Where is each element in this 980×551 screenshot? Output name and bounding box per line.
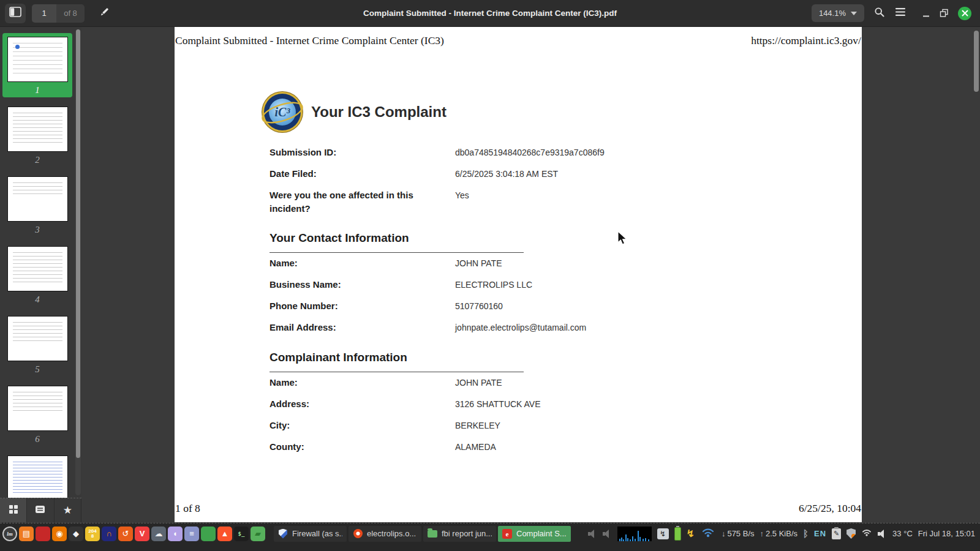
inkscape-icon[interactable]: ◆ (69, 527, 83, 541)
field-value: db0a7485194840268c7e9319a7c086f9 (455, 146, 605, 159)
section-title: Complainant Information (270, 351, 407, 364)
section-divider (270, 372, 524, 372)
page-thumbnail-2[interactable]: 2 (2, 103, 72, 167)
clipboard-manager-icon[interactable]: ✎ (832, 528, 841, 539)
field-label: Name: (270, 257, 453, 270)
mint-menu-icon[interactable]: lm (2, 527, 17, 541)
pdf-header-right: https://complaint.ic3.gov/ (751, 34, 861, 47)
keyboard-layout-indicator[interactable]: EN (814, 529, 826, 538)
firewall-config-icon[interactable] (36, 527, 50, 541)
audacity-icon[interactable]: ∩ (102, 527, 116, 541)
page-number-input[interactable]: 1 (32, 4, 56, 23)
page-thumbnail-5[interactable]: 5 (2, 312, 72, 377)
page-thumbnail-1[interactable]: 1 (2, 33, 72, 97)
field-label: Submission ID: (270, 146, 453, 159)
restore-button[interactable] (940, 9, 949, 18)
vivaldi-icon[interactable]: V (135, 527, 149, 541)
thumbnail-page-number: 4 (2, 294, 72, 305)
wifi-tray-icon[interactable] (861, 528, 872, 539)
document-view[interactable]: Complaint Submitted - Internet Crime Com… (81, 27, 980, 522)
field-value: 5107760160 (455, 299, 503, 313)
clock[interactable]: Fri Jul 18, 15:01 (918, 529, 975, 538)
field-value: JOHN PATE (455, 376, 502, 389)
taskbar-window-firewall[interactable]: Firewall (as s... (274, 526, 347, 542)
page-thumbnail-7[interactable]: 7 (2, 452, 72, 498)
notes-app-icon[interactable]: ≡ (184, 527, 199, 541)
desktop: 1 of 8 Complaint Submitted - Internet Cr… (0, 0, 980, 551)
launcher-icons: lm▤◉◆2048∩↺V☁◖≡▲$_▰ (2, 525, 265, 542)
volume-muted-icon[interactable] (588, 530, 597, 538)
igniter-icon[interactable]: ↯ (687, 528, 695, 539)
bluetooth-icon[interactable]: ᛒ (803, 528, 809, 539)
search-button[interactable] (874, 7, 885, 20)
field-label: Address: (270, 397, 453, 411)
thumbnail-image (7, 107, 68, 152)
taskbar: lm▤◉◆2048∩↺V☁◖≡▲$_▰ Firewall (as s... el… (0, 523, 980, 551)
tab-bookmarks[interactable]: ★ (55, 498, 81, 522)
window-list: Firewall (as s... electrolips.o... fbi r… (274, 525, 571, 542)
field-value: 6/25/2025 3:04:18 AM EST (455, 167, 558, 181)
page-number-control[interactable]: 1 of 8 (32, 4, 85, 23)
page-thumbnail-3[interactable]: 3 (2, 173, 72, 237)
pdf-page: Complaint Submitted - Internet Crime Com… (175, 27, 862, 522)
grid-icon (9, 504, 18, 517)
document-scrollbar-thumb[interactable] (974, 31, 979, 92)
volume-muted-icon-2[interactable] (603, 530, 612, 538)
file-manager-icon[interactable]: ▰ (251, 527, 265, 541)
close-button[interactable] (958, 7, 971, 20)
download-arrow-icon: ↓ (722, 529, 726, 538)
volume-icon[interactable] (878, 530, 887, 538)
page-thumbnail-4[interactable]: 4 (2, 242, 72, 307)
minimize-button[interactable] (922, 9, 930, 18)
battery-icon[interactable] (674, 527, 681, 541)
annotate-button[interactable] (94, 4, 114, 23)
taskbar-window-electrolips[interactable]: electrolips.o... (349, 526, 421, 542)
network-speed-down: ↓ 575 B/s (722, 529, 755, 538)
field-value: JOHN PATE (455, 257, 502, 270)
zoom-level-dropdown[interactable]: 144.1% (812, 4, 864, 22)
pdf-viewer-headerbar: 1 of 8 Complaint Submitted - Internet Cr… (0, 0, 980, 27)
thumbnail-page-number: 3 (2, 225, 72, 235)
field-label: Name: (270, 376, 453, 389)
sidebar-scrollbar[interactable] (75, 29, 81, 495)
document-viewer-icon: e (502, 529, 512, 539)
taskbar-window-fbi-report[interactable]: fbi report jun... (423, 526, 496, 542)
thumbnail-image (7, 37, 68, 82)
ic3-logo: iC³ (262, 92, 303, 132)
game-2048-icon[interactable]: 2048 (85, 527, 100, 541)
tab-annotations[interactable] (27, 498, 54, 522)
network-graph-applet[interactable] (617, 527, 652, 541)
page-total-label: of 8 (56, 4, 85, 23)
wifi-signal-icon[interactable] (700, 527, 716, 540)
thumbnail-image (7, 455, 68, 498)
taskbar-window-complaint[interactable]: e Complaint S... (498, 526, 571, 542)
media-player-icon[interactable]: ↺ (118, 527, 133, 541)
record-icon (353, 529, 363, 539)
tab-thumbnails[interactable] (0, 498, 27, 522)
green-app-icon[interactable] (201, 527, 216, 541)
menu-button[interactable] (895, 7, 906, 19)
field-value: johnpate.electrolips@tutamail.com (455, 321, 586, 334)
brave-icon[interactable]: ▲ (217, 527, 232, 541)
terminal-icon[interactable]: $_ (234, 527, 249, 541)
files-app-icon[interactable]: ▤ (19, 527, 34, 541)
xkill-icon[interactable]: ↯ (657, 528, 669, 539)
network-speed-up: ↑ 2.5 KiB/s (760, 529, 798, 538)
field-value: BERKELEY (455, 419, 500, 432)
cloud-storage-icon[interactable]: ☁ (151, 527, 166, 541)
bird-app-icon[interactable]: ◖ (168, 527, 183, 541)
folder-icon (428, 529, 437, 539)
field-value: ELECTROLIPS LLC (455, 278, 532, 291)
hamburger-menu-icon (895, 7, 906, 19)
system-tray: ↯ ↯ ↓ 575 B/s ↑ 2.5 KiB/s ᛒ (588, 525, 978, 542)
field-label: Business Name: (270, 278, 453, 291)
sidebar-toggle-button[interactable] (5, 4, 26, 23)
firewall-tray-icon[interactable] (846, 528, 856, 539)
field-label: City: (270, 419, 453, 432)
thumbnail-image (7, 316, 68, 361)
blender-icon[interactable]: ◉ (52, 527, 67, 541)
sidebar-scrollbar-thumb[interactable] (76, 29, 80, 458)
page-thumbnail-6[interactable]: 6 (2, 382, 72, 446)
temperature-indicator[interactable]: 33 °C (892, 529, 913, 538)
upload-arrow-icon: ↑ (760, 529, 764, 538)
